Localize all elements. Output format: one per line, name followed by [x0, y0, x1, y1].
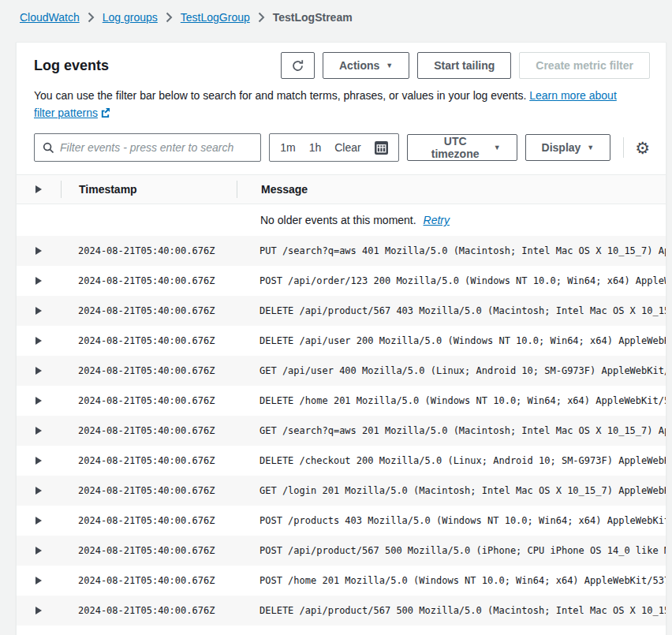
row-message: POST /api/order/123 200 Mozilla/5.0 (Win… [236, 275, 666, 286]
expand-row-icon[interactable] [35, 337, 42, 345]
create-metric-filter-button[interactable]: Create metric filter [519, 52, 650, 79]
row-message: DELETE /home 201 Mozilla/5.0 (Windows NT… [236, 395, 666, 406]
range-1m-button[interactable]: 1m [280, 141, 295, 154]
actions-dropdown-button[interactable]: Actions ▼ [323, 52, 409, 79]
header-actions: Actions ▼ Start tailing Create metric fi… [281, 52, 650, 79]
chevron-down-icon: ▼ [386, 62, 393, 69]
panel-header: Log events Actions ▼ Start tailing Creat… [17, 43, 666, 79]
no-older-events-row: No older events at this moment. Retry [17, 204, 666, 236]
row-timestamp: 2024-08-21T05:40:00.676Z [61, 305, 236, 316]
row-message: PUT /search?q=aws 401 Mozilla/5.0 (Macin… [236, 245, 666, 256]
table-row[interactable]: 2024-08-21T05:40:00.676ZDELETE /home 201… [17, 386, 666, 416]
expand-row-icon[interactable] [35, 307, 42, 315]
table-row[interactable]: 2024-08-21T05:40:00.676ZDELETE /api/prod… [17, 596, 666, 626]
filter-toolbar: 1m 1h Clear UTC timezone ▼ Display ▼ ⚙ [17, 122, 666, 162]
no-older-events-text: No older events at this moment. [260, 214, 416, 226]
row-timestamp: 2024-08-21T05:40:00.676Z [61, 395, 236, 406]
expand-row-icon[interactable] [35, 547, 42, 555]
column-header-message: Message [237, 183, 666, 196]
expand-row-icon[interactable] [35, 457, 42, 465]
expand-row-icon[interactable] [35, 607, 42, 614]
expand-row-icon[interactable] [35, 517, 42, 525]
column-header-timestamp: Timestamp [62, 183, 237, 196]
row-timestamp: 2024-08-21T05:40:00.676Z [61, 515, 236, 526]
retry-link[interactable]: Retry [424, 214, 450, 226]
display-dropdown-button[interactable]: Display ▼ [525, 134, 611, 161]
chevron-down-icon: ▼ [494, 144, 501, 151]
log-events-table: Timestamp Message No older events at thi… [17, 174, 666, 635]
table-row[interactable]: 2024-08-21T05:40:00.676ZGET /search?q=aw… [17, 416, 666, 446]
table-row[interactable]: 2024-08-21T05:40:00.676ZGET /api/user 40… [17, 356, 666, 386]
row-message: GET /login 201 Mozilla/5.0 (Macintosh; I… [236, 485, 666, 496]
table-header-row: Timestamp Message [17, 174, 666, 204]
start-tailing-button[interactable]: Start tailing [417, 52, 511, 79]
filter-description: You can use the filter bar below to sear… [17, 79, 655, 122]
expand-all-icon[interactable] [35, 185, 42, 193]
table-row[interactable]: 2024-08-21T05:40:00.676ZDELETE /products… [17, 626, 666, 635]
breadcrumb: CloudWatch Log groups TestLogGroup TestL… [0, 0, 672, 24]
expand-row-icon[interactable] [35, 277, 42, 285]
row-message: POST /home 201 Mozilla/5.0 (Windows NT 1… [236, 575, 666, 586]
breadcrumb-chevron-icon [166, 12, 173, 23]
row-timestamp: 2024-08-21T05:40:00.676Z [61, 545, 236, 556]
display-dropdown-label: Display [542, 141, 581, 154]
gear-icon: ⚙ [635, 140, 650, 156]
custom-range-calendar-icon[interactable] [375, 141, 388, 155]
row-message: DELETE /api/product/567 500 Mozilla/5.0 … [236, 605, 666, 616]
row-message: POST /api/product/567 500 Mozilla/5.0 (i… [236, 545, 666, 556]
page-title: Log events [34, 58, 109, 74]
expand-row-icon[interactable] [35, 367, 42, 375]
table-row[interactable]: 2024-08-21T05:40:00.676ZGET /login 201 M… [17, 476, 666, 506]
range-clear-button[interactable]: Clear [334, 141, 360, 154]
breadcrumb-chevron-icon [88, 12, 95, 23]
expand-row-icon[interactable] [35, 577, 42, 585]
expand-all-cell [17, 185, 61, 193]
refresh-button[interactable] [281, 52, 315, 79]
row-timestamp: 2024-08-21T05:40:00.676Z [61, 605, 236, 616]
refresh-icon [291, 59, 304, 73]
row-timestamp: 2024-08-21T05:40:00.676Z [61, 455, 236, 466]
search-box [34, 133, 261, 162]
table-row[interactable]: 2024-08-21T05:40:00.676ZPOST /api/produc… [17, 536, 666, 566]
row-timestamp: 2024-08-21T05:40:00.676Z [61, 275, 236, 286]
breadcrumb-chevron-icon [258, 12, 265, 23]
row-message: DELETE /api/user 200 Mozilla/5.0 (Window… [236, 335, 666, 346]
table-row[interactable]: 2024-08-21T05:40:00.676ZDELETE /api/user… [17, 326, 666, 356]
timezone-dropdown-button[interactable]: UTC timezone ▼ [407, 134, 517, 161]
table-row[interactable]: 2024-08-21T05:40:00.676ZPOST /products 4… [17, 506, 666, 536]
row-message: GET /search?q=aws 201 Mozilla/5.0 (Macin… [236, 425, 666, 436]
range-1h-button[interactable]: 1h [309, 141, 322, 154]
row-timestamp: 2024-08-21T05:40:00.676Z [61, 425, 236, 436]
breadcrumb-link-log-groups[interactable]: Log groups [103, 11, 158, 24]
toolbar-divider [623, 137, 624, 158]
table-row[interactable]: 2024-08-21T05:40:00.676ZDELETE /api/prod… [17, 296, 666, 326]
timezone-dropdown-label: UTC timezone [424, 135, 487, 160]
preferences-button[interactable]: ⚙ [635, 140, 650, 156]
row-timestamp: 2024-08-21T05:40:00.676Z [61, 335, 236, 346]
table-row[interactable]: 2024-08-21T05:40:00.676ZPUT /search?q=aw… [17, 236, 666, 266]
row-timestamp: 2024-08-21T05:40:00.676Z [61, 575, 236, 586]
table-row[interactable]: 2024-08-21T05:40:00.676ZPOST /home 201 M… [17, 566, 666, 596]
chevron-down-icon: ▼ [587, 144, 594, 151]
table-row[interactable]: 2024-08-21T05:40:00.676ZDELETE /checkout… [17, 446, 666, 476]
breadcrumb-link-cloudwatch[interactable]: CloudWatch [20, 11, 80, 24]
row-timestamp: 2024-08-21T05:40:00.676Z [61, 485, 236, 496]
expand-row-icon[interactable] [35, 427, 42, 435]
log-rows: 2024-08-21T05:40:00.676ZPUT /search?q=aw… [17, 236, 666, 635]
row-timestamp: 2024-08-21T05:40:00.676Z [61, 245, 236, 256]
actions-dropdown-label: Actions [339, 59, 379, 72]
table-row[interactable]: 2024-08-21T05:40:00.676ZPOST /api/order/… [17, 266, 666, 296]
row-message: DELETE /checkout 200 Mozilla/5.0 (Linux;… [236, 455, 666, 466]
search-icon [43, 142, 54, 154]
breadcrumb-link-testloggroup[interactable]: TestLogGroup [181, 11, 250, 24]
expand-row-icon[interactable] [35, 397, 42, 405]
filter-description-text: You can use the filter bar below to sear… [34, 89, 526, 102]
row-timestamp: 2024-08-21T05:40:00.676Z [61, 365, 236, 376]
external-link-icon [100, 105, 110, 122]
search-input[interactable] [60, 141, 252, 154]
expand-row-icon[interactable] [35, 247, 42, 255]
row-message: DELETE /api/product/567 403 Mozilla/5.0 … [236, 305, 666, 316]
time-range-group: 1m 1h Clear [269, 133, 399, 162]
expand-row-icon[interactable] [35, 487, 42, 495]
start-tailing-label: Start tailing [434, 59, 495, 72]
